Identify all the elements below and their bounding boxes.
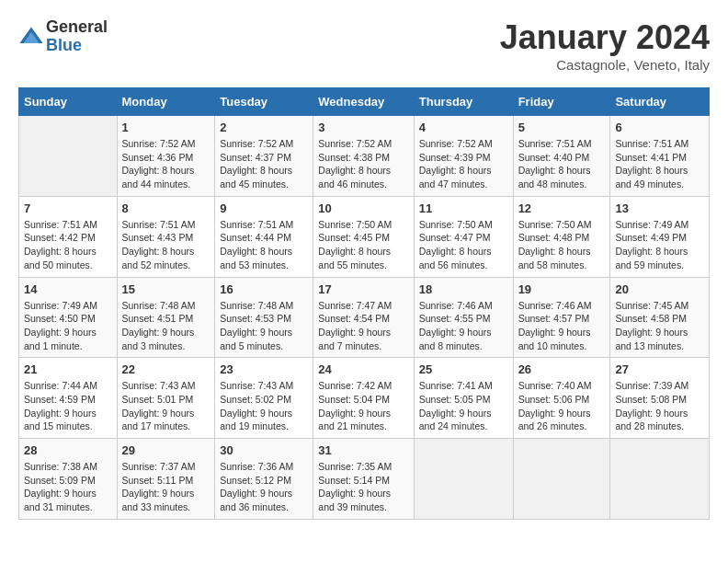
day-number: 8 xyxy=(122,201,210,215)
day-info: Sunrise: 7:50 AMSunset: 4:45 PMDaylight:… xyxy=(318,218,408,272)
day-number: 7 xyxy=(24,201,112,215)
logo-general: General xyxy=(46,18,108,37)
day-number: 30 xyxy=(220,443,308,457)
day-number: 26 xyxy=(518,362,606,376)
calendar-cell: 22Sunrise: 7:43 AMSunset: 5:01 PMDayligh… xyxy=(117,358,215,439)
day-number: 5 xyxy=(518,121,606,134)
calendar-table: SundayMondayTuesdayWednesdayThursdayFrid… xyxy=(18,87,710,520)
day-info: Sunrise: 7:43 AMSunset: 5:01 PMDaylight:… xyxy=(122,379,210,433)
day-info: Sunrise: 7:46 AMSunset: 4:55 PMDaylight:… xyxy=(419,299,508,353)
day-info: Sunrise: 7:37 AMSunset: 5:11 PMDaylight:… xyxy=(122,460,210,514)
week-row-1: 1Sunrise: 7:52 AMSunset: 4:36 PMDaylight… xyxy=(19,116,710,197)
calendar-cell: 11Sunrise: 7:50 AMSunset: 4:47 PMDayligh… xyxy=(414,196,513,277)
calendar-header: SundayMondayTuesdayWednesdayThursdayFrid… xyxy=(19,88,710,116)
calendar-cell: 12Sunrise: 7:50 AMSunset: 4:48 PMDayligh… xyxy=(513,196,610,277)
calendar-cell: 18Sunrise: 7:46 AMSunset: 4:55 PMDayligh… xyxy=(414,277,513,358)
day-info: Sunrise: 7:48 AMSunset: 4:53 PMDaylight:… xyxy=(220,299,308,353)
calendar-cell: 19Sunrise: 7:46 AMSunset: 4:57 PMDayligh… xyxy=(513,277,610,358)
day-info: Sunrise: 7:51 AMSunset: 4:43 PMDaylight:… xyxy=(122,218,210,272)
calendar-cell: 21Sunrise: 7:44 AMSunset: 4:59 PMDayligh… xyxy=(19,358,118,439)
day-number: 3 xyxy=(318,121,408,134)
calendar-cell xyxy=(19,116,118,197)
week-row-3: 14Sunrise: 7:49 AMSunset: 4:50 PMDayligh… xyxy=(19,277,710,358)
logo: General Blue xyxy=(18,18,108,55)
calendar-cell: 31Sunrise: 7:35 AMSunset: 5:14 PMDayligh… xyxy=(313,439,414,520)
calendar-cell: 20Sunrise: 7:45 AMSunset: 4:58 PMDayligh… xyxy=(610,277,710,358)
day-info: Sunrise: 7:51 AMSunset: 4:41 PMDaylight:… xyxy=(615,137,704,191)
day-number: 19 xyxy=(518,282,606,296)
day-info: Sunrise: 7:52 AMSunset: 4:38 PMDaylight:… xyxy=(318,137,408,191)
title-section: January 2024 Castagnole, Veneto, Italy xyxy=(500,18,710,73)
day-number: 13 xyxy=(615,201,704,215)
day-number: 27 xyxy=(615,362,704,376)
day-number: 14 xyxy=(24,282,112,296)
day-info: Sunrise: 7:50 AMSunset: 4:47 PMDaylight:… xyxy=(419,218,508,272)
day-info: Sunrise: 7:49 AMSunset: 4:49 PMDaylight:… xyxy=(615,218,704,272)
calendar-cell: 5Sunrise: 7:51 AMSunset: 4:40 PMDaylight… xyxy=(513,116,610,197)
calendar-cell: 29Sunrise: 7:37 AMSunset: 5:11 PMDayligh… xyxy=(117,439,215,520)
calendar-cell: 14Sunrise: 7:49 AMSunset: 4:50 PMDayligh… xyxy=(19,277,118,358)
day-number: 10 xyxy=(318,201,408,215)
day-info: Sunrise: 7:42 AMSunset: 5:04 PMDaylight:… xyxy=(318,379,408,433)
day-info: Sunrise: 7:36 AMSunset: 5:12 PMDaylight:… xyxy=(220,460,308,514)
header-day-sunday: Sunday xyxy=(19,88,118,116)
header-day-tuesday: Tuesday xyxy=(215,88,313,116)
week-row-2: 7Sunrise: 7:51 AMSunset: 4:42 PMDaylight… xyxy=(19,196,710,277)
day-info: Sunrise: 7:52 AMSunset: 4:36 PMDaylight:… xyxy=(122,137,210,191)
day-info: Sunrise: 7:40 AMSunset: 5:06 PMDaylight:… xyxy=(518,379,606,433)
calendar-cell: 8Sunrise: 7:51 AMSunset: 4:43 PMDaylight… xyxy=(117,196,215,277)
day-number: 6 xyxy=(615,121,704,134)
calendar-cell xyxy=(610,439,710,520)
day-number: 4 xyxy=(419,121,508,134)
day-info: Sunrise: 7:50 AMSunset: 4:48 PMDaylight:… xyxy=(518,218,606,272)
day-number: 21 xyxy=(24,362,112,376)
week-row-5: 28Sunrise: 7:38 AMSunset: 5:09 PMDayligh… xyxy=(19,439,710,520)
header-day-thursday: Thursday xyxy=(414,88,513,116)
day-number: 23 xyxy=(220,362,308,376)
day-number: 9 xyxy=(220,201,308,215)
day-info: Sunrise: 7:44 AMSunset: 4:59 PMDaylight:… xyxy=(24,379,112,433)
day-number: 29 xyxy=(122,443,210,457)
calendar-cell: 26Sunrise: 7:40 AMSunset: 5:06 PMDayligh… xyxy=(513,358,610,439)
day-number: 20 xyxy=(615,282,704,296)
day-info: Sunrise: 7:51 AMSunset: 4:40 PMDaylight:… xyxy=(518,137,606,191)
calendar-cell: 1Sunrise: 7:52 AMSunset: 4:36 PMDaylight… xyxy=(117,116,215,197)
header-row: SundayMondayTuesdayWednesdayThursdayFrid… xyxy=(19,88,710,116)
day-info: Sunrise: 7:39 AMSunset: 5:08 PMDaylight:… xyxy=(615,379,704,433)
calendar-cell: 17Sunrise: 7:47 AMSunset: 4:54 PMDayligh… xyxy=(313,277,414,358)
header-day-saturday: Saturday xyxy=(610,88,710,116)
calendar-body: 1Sunrise: 7:52 AMSunset: 4:36 PMDaylight… xyxy=(19,116,710,520)
header-day-wednesday: Wednesday xyxy=(313,88,414,116)
day-number: 22 xyxy=(122,362,210,376)
calendar-cell: 16Sunrise: 7:48 AMSunset: 4:53 PMDayligh… xyxy=(215,277,313,358)
day-info: Sunrise: 7:35 AMSunset: 5:14 PMDaylight:… xyxy=(318,460,408,514)
calendar-cell: 6Sunrise: 7:51 AMSunset: 4:41 PMDaylight… xyxy=(610,116,710,197)
day-info: Sunrise: 7:47 AMSunset: 4:54 PMDaylight:… xyxy=(318,299,408,353)
day-info: Sunrise: 7:48 AMSunset: 4:51 PMDaylight:… xyxy=(122,299,210,353)
day-number: 28 xyxy=(24,443,112,457)
calendar-cell: 9Sunrise: 7:51 AMSunset: 4:44 PMDaylight… xyxy=(215,196,313,277)
day-info: Sunrise: 7:45 AMSunset: 4:58 PMDaylight:… xyxy=(615,299,704,353)
day-info: Sunrise: 7:41 AMSunset: 5:05 PMDaylight:… xyxy=(419,379,508,433)
header-day-monday: Monday xyxy=(117,88,215,116)
day-info: Sunrise: 7:52 AMSunset: 4:39 PMDaylight:… xyxy=(419,137,508,191)
day-number: 25 xyxy=(419,362,508,376)
day-number: 15 xyxy=(122,282,210,296)
day-number: 16 xyxy=(220,282,308,296)
logo-text: General Blue xyxy=(46,18,108,55)
calendar-cell xyxy=(414,439,513,520)
day-number: 17 xyxy=(318,282,408,296)
day-number: 18 xyxy=(419,282,508,296)
day-info: Sunrise: 7:51 AMSunset: 4:44 PMDaylight:… xyxy=(220,218,308,272)
calendar-cell: 13Sunrise: 7:49 AMSunset: 4:49 PMDayligh… xyxy=(610,196,710,277)
day-number: 24 xyxy=(318,362,408,376)
day-info: Sunrise: 7:49 AMSunset: 4:50 PMDaylight:… xyxy=(24,299,112,353)
day-number: 11 xyxy=(419,201,508,215)
logo-blue: Blue xyxy=(46,37,108,55)
calendar-cell: 2Sunrise: 7:52 AMSunset: 4:37 PMDaylight… xyxy=(215,116,313,197)
day-number: 1 xyxy=(122,121,210,134)
day-info: Sunrise: 7:51 AMSunset: 4:42 PMDaylight:… xyxy=(24,218,112,272)
calendar-cell xyxy=(513,439,610,520)
calendar-cell: 10Sunrise: 7:50 AMSunset: 4:45 PMDayligh… xyxy=(313,196,414,277)
calendar-cell: 25Sunrise: 7:41 AMSunset: 5:05 PMDayligh… xyxy=(414,358,513,439)
